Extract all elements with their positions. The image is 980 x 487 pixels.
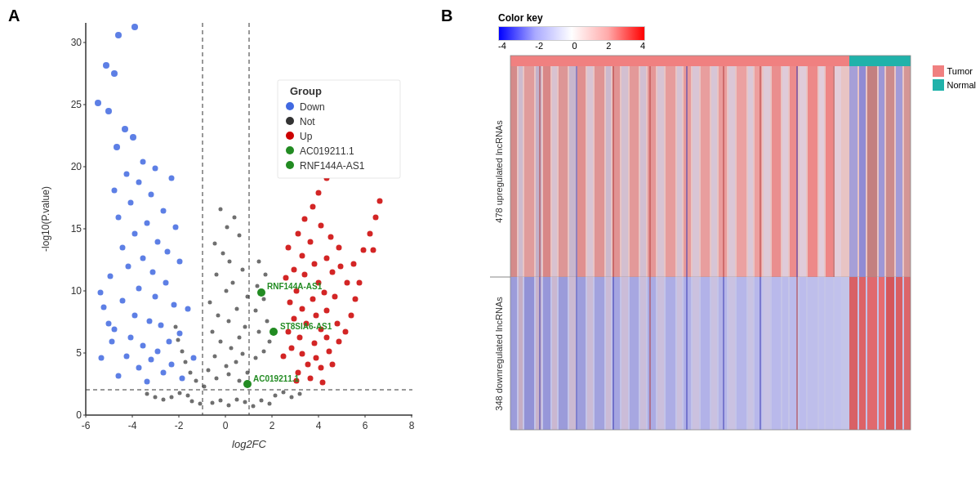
svg-rect-289 [896,66,902,277]
svg-point-189 [312,341,318,346]
y-axis-label: -log10(P.value) [40,186,51,252]
svg-text:348 downregulated lncRNAs: 348 downregulated lncRNAs [494,297,504,411]
svg-text:AC019211.1: AC019211.1 [300,145,354,157]
heatmap-svg: 478 upregulated lncRNAs 348 downregulate… [449,56,956,472]
svg-point-146 [268,340,272,344]
svg-rect-272 [737,66,746,277]
svg-point-115 [238,336,242,340]
svg-point-99 [252,404,256,409]
svg-point-158 [180,350,185,354]
svg-rect-304 [606,277,611,430]
svg-point-72 [147,319,153,324]
svg-point-94 [211,401,215,405]
svg-point-169 [324,256,330,261]
svg-rect-323 [772,277,781,430]
svg-point-35 [131,24,138,30]
heatmap-panel: B Color key -4 -2 0 2 4 Tumor Normal [433,0,980,487]
svg-point-76 [128,335,134,341]
svg-point-149 [254,309,258,313]
svg-point-233 [286,102,294,110]
svg-point-118 [227,319,231,324]
svg-rect-248 [524,66,534,277]
svg-rect-250 [543,66,550,277]
svg-point-154 [203,385,207,389]
svg-point-187 [335,321,341,327]
svg-point-170 [336,245,342,251]
svg-point-166 [300,253,305,259]
svg-point-52 [161,208,167,214]
svg-rect-293 [510,277,517,430]
svg-point-104 [215,377,219,381]
svg-text:AC019211.1: AC019211.1 [253,374,300,383]
svg-point-152 [264,273,268,277]
svg-text:25: 25 [71,99,82,110]
svg-point-79 [155,349,161,355]
svg-point-151 [256,284,260,288]
svg-point-210 [318,365,324,371]
svg-rect-342 [686,66,688,277]
svg-rect-344 [760,66,761,277]
svg-point-179 [332,294,338,300]
svg-rect-332 [859,277,866,430]
svg-rect-343 [723,66,724,277]
svg-point-56 [132,231,138,237]
svg-point-201 [338,264,344,270]
color-key: Color key -4 -2 0 2 4 [498,12,645,51]
svg-point-235 [286,117,294,125]
svg-point-113 [229,346,234,351]
svg-point-98 [243,400,247,404]
svg-point-49 [169,176,175,181]
color-key-labels: -4 -2 0 2 4 [498,41,645,51]
svg-text:2: 2 [270,420,275,431]
svg-point-122 [246,295,250,299]
svg-point-42 [130,134,136,141]
svg-rect-247 [519,66,523,277]
svg-point-227 [270,328,278,336]
svg-rect-309 [648,277,656,430]
svg-point-164 [286,245,292,251]
svg-rect-251 [552,66,557,277]
svg-point-198 [349,313,354,319]
svg-point-194 [314,355,319,361]
svg-point-165 [328,235,334,240]
svg-point-73 [158,323,164,328]
svg-text:Group: Group [290,85,322,97]
svg-point-136 [186,394,190,398]
svg-point-71 [132,313,138,319]
color-key-bar [498,26,645,41]
svg-point-50 [149,192,154,198]
svg-rect-267 [693,66,699,277]
svg-rect-353 [760,277,761,430]
svg-rect-254 [577,66,586,277]
svg-point-167 [312,261,318,267]
svg-rect-335 [886,277,894,430]
svg-point-112 [241,352,245,356]
svg-point-39 [95,100,101,106]
svg-point-142 [290,395,294,400]
svg-point-53 [116,215,122,221]
svg-point-37 [103,62,109,69]
svg-point-178 [287,300,293,306]
svg-rect-300 [569,277,576,430]
svg-rect-334 [879,277,884,430]
svg-point-150 [262,297,266,302]
svg-point-212 [330,362,336,368]
svg-rect-284 [849,66,858,277]
svg-rect-319 [737,277,746,430]
svg-rect-279 [800,66,806,277]
svg-rect-331 [849,277,858,430]
svg-rect-349 [612,277,614,430]
svg-point-173 [283,275,289,281]
svg-point-131 [225,226,229,230]
svg-point-134 [170,395,174,400]
svg-point-156 [189,371,193,375]
svg-rect-282 [826,66,833,277]
svg-point-75 [177,331,183,337]
svg-rect-307 [630,277,639,430]
svg-rect-297 [543,277,550,430]
svg-point-85 [116,373,122,379]
svg-point-106 [238,379,242,383]
svg-point-89 [98,290,104,296]
svg-rect-257 [606,66,611,277]
svg-point-130 [238,234,242,238]
